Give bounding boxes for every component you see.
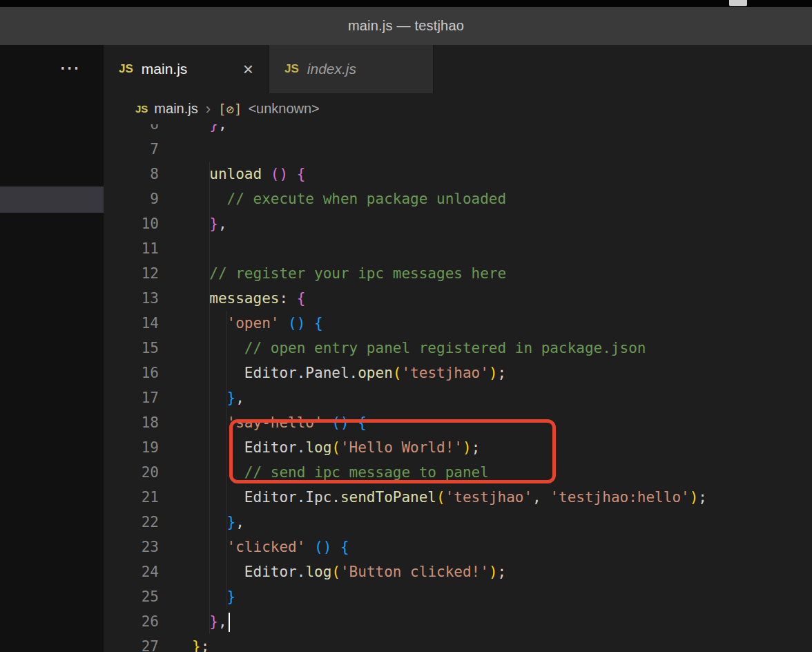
line-number: 14 xyxy=(104,311,159,336)
close-tab-icon[interactable]: × xyxy=(243,60,253,78)
line-number: 23 xyxy=(104,535,159,559)
line-number: 24 xyxy=(104,559,159,584)
line-number: 12 xyxy=(104,261,159,286)
breadcrumb-symbol[interactable]: <unknown> xyxy=(248,101,319,117)
javascript-file-icon: JS xyxy=(135,103,148,115)
vscode-window: main.js — testjhao ⋯ JS main.js × JS ind… xyxy=(0,0,812,652)
window-artifact xyxy=(729,0,747,6)
code-line[interactable]: 6 }, xyxy=(104,124,812,137)
line-number: 17 xyxy=(104,385,159,410)
background-strip xyxy=(0,0,812,7)
tab-label: main.js xyxy=(142,61,188,77)
tab-main-js[interactable]: JS main.js × xyxy=(104,45,269,93)
line-number: 7 xyxy=(104,137,159,162)
line-number: 11 xyxy=(104,236,159,261)
window-title: main.js — testjhao xyxy=(348,18,464,34)
tab-bar: JS main.js × JS index.js xyxy=(104,45,812,93)
line-number: 27 xyxy=(104,634,159,652)
line-number: 8 xyxy=(104,162,159,186)
sidebar-selected-item[interactable] xyxy=(0,186,104,213)
code-line-text: }, xyxy=(159,211,227,236)
line-number: 10 xyxy=(104,211,159,236)
line-number: 16 xyxy=(104,361,159,385)
code-line[interactable]: 27}; xyxy=(104,634,812,652)
breadcrumb: JS main.js › [⊘] <unknown> xyxy=(104,93,812,124)
code-line-text: unload () { xyxy=(159,162,305,186)
line-number: 9 xyxy=(104,186,159,211)
line-number: 21 xyxy=(104,485,159,510)
indent-guide xyxy=(209,162,210,634)
code-line-text: }, xyxy=(159,609,230,634)
javascript-file-icon: JS xyxy=(119,62,133,76)
code-editor[interactable]: 6 },78 unload () {9 // execute when pack… xyxy=(104,124,812,652)
line-number: 13 xyxy=(104,286,159,311)
line-number: 19 xyxy=(104,435,159,460)
tab-label: index.js xyxy=(307,61,356,77)
more-actions-button[interactable]: ⋯ xyxy=(59,57,81,78)
code-line-text: // execute when package unloaded xyxy=(159,186,506,211)
code-line[interactable]: 7 xyxy=(104,137,812,162)
code-line-text xyxy=(159,137,192,162)
code-line-text: }; xyxy=(159,634,209,652)
line-number: 6 xyxy=(104,124,159,137)
breadcrumb-file[interactable]: main.js xyxy=(154,101,197,117)
symbol-unknown-icon: [⊘] xyxy=(218,102,242,117)
code-line-text: }, xyxy=(159,124,227,137)
javascript-file-icon: JS xyxy=(284,62,299,76)
code-line-text: 'say-hello' () { xyxy=(159,410,367,435)
window-titlebar: main.js — testjhao xyxy=(0,7,812,45)
code-line-text: }, xyxy=(159,385,244,410)
code-line-text: // register your ipc messages here xyxy=(159,261,506,286)
sidebar: ⋯ xyxy=(0,45,104,652)
code-line-text: Editor.log('Hello World!'); xyxy=(159,435,480,460)
code-line-text: 'open' () { xyxy=(159,311,323,336)
line-number: 20 xyxy=(104,460,159,485)
code-line-text xyxy=(159,236,192,261)
line-number: 25 xyxy=(104,584,159,609)
code-line-text: } xyxy=(159,584,235,609)
code-lines: 6 },78 unload () {9 // execute when pack… xyxy=(104,124,812,652)
tab-index-js[interactable]: JS index.js xyxy=(269,45,434,93)
indent-guide xyxy=(226,311,227,609)
code-line-text: 'clicked' () { xyxy=(159,535,349,559)
line-number: 22 xyxy=(104,510,159,535)
code-line-text: messages: { xyxy=(159,286,305,311)
line-number: 18 xyxy=(104,410,159,435)
line-number: 26 xyxy=(104,609,159,634)
code-line-text: Editor.log('Button clicked!'); xyxy=(159,559,506,584)
code-line-text: Editor.Ipc.sendToPanel('testjhao', 'test… xyxy=(159,485,707,510)
chevron-right-icon: › xyxy=(204,102,212,117)
text-cursor xyxy=(229,613,231,632)
code-line-text: Editor.Panel.open('testjhao'); xyxy=(159,361,506,385)
code-line-text: // open entry panel registered in packag… xyxy=(159,336,646,361)
line-number: 15 xyxy=(104,336,159,361)
code-line-text: // send ipc message to panel xyxy=(159,460,489,485)
code-line-text: }, xyxy=(159,510,244,535)
